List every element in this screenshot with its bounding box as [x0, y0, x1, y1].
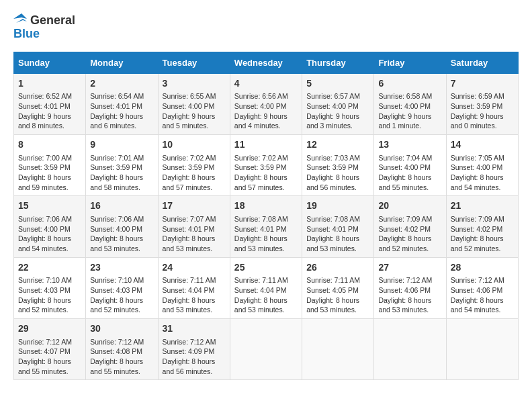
logo-general-text: General [13, 13, 75, 28]
day-number: 5 [306, 77, 369, 91]
day-number: 4 [234, 77, 298, 91]
calendar-cell: 6Sunrise: 6:58 AMSunset: 4:00 PMDaylight… [374, 73, 446, 134]
day-number: 21 [451, 199, 514, 213]
calendar-cell: 28Sunrise: 7:12 AMSunset: 4:06 PMDayligh… [446, 257, 518, 318]
week-row-4: 22Sunrise: 7:10 AMSunset: 4:03 PMDayligh… [14, 257, 519, 318]
day-number: 7 [451, 77, 514, 91]
calendar-cell: 12Sunrise: 7:03 AMSunset: 3:59 PMDayligh… [302, 134, 374, 195]
calendar-cell: 4Sunrise: 6:56 AMSunset: 4:00 PMDaylight… [230, 73, 302, 134]
calendar-cell: 10Sunrise: 7:02 AMSunset: 3:59 PMDayligh… [158, 134, 230, 195]
cell-content: Sunrise: 7:06 AMSunset: 4:00 PMDaylight:… [18, 214, 81, 254]
day-number: 15 [18, 199, 81, 213]
logo-blue-text: Blue [13, 28, 75, 41]
day-number: 17 [163, 199, 226, 213]
logo: General Blue [13, 13, 75, 41]
cell-content: Sunrise: 6:56 AMSunset: 4:00 PMDaylight:… [234, 91, 298, 131]
calendar-cell: 17Sunrise: 7:07 AMSunset: 4:01 PMDayligh… [158, 196, 230, 257]
day-number: 26 [306, 261, 369, 275]
cell-content: Sunrise: 7:09 AMSunset: 4:02 PMDaylight:… [378, 214, 441, 254]
cell-content: Sunrise: 7:04 AMSunset: 4:00 PMDaylight:… [378, 153, 441, 193]
week-row-3: 15Sunrise: 7:06 AMSunset: 4:00 PMDayligh… [14, 196, 519, 257]
day-number: 9 [90, 138, 153, 152]
cell-content: Sunrise: 7:12 AMSunset: 4:06 PMDaylight:… [378, 275, 441, 315]
cell-content: Sunrise: 7:09 AMSunset: 4:02 PMDaylight:… [451, 214, 514, 254]
calendar-cell: 3Sunrise: 6:55 AMSunset: 4:00 PMDaylight… [158, 73, 230, 134]
calendar-cell: 31Sunrise: 7:12 AMSunset: 4:09 PMDayligh… [158, 318, 230, 379]
cell-content: Sunrise: 6:59 AMSunset: 3:59 PMDaylight:… [451, 91, 514, 131]
day-number: 2 [90, 77, 153, 91]
cell-content: Sunrise: 6:55 AMSunset: 4:00 PMDaylight:… [163, 91, 226, 131]
day-number: 24 [163, 261, 226, 275]
day-number: 28 [451, 261, 514, 275]
day-number: 22 [18, 261, 81, 275]
svg-marker-1 [16, 19, 27, 23]
calendar-cell: 13Sunrise: 7:04 AMSunset: 4:00 PMDayligh… [374, 134, 446, 195]
day-number: 30 [90, 322, 153, 336]
calendar-cell: 5Sunrise: 6:57 AMSunset: 4:00 PMDaylight… [302, 73, 374, 134]
cell-content: Sunrise: 7:07 AMSunset: 4:01 PMDaylight:… [163, 214, 226, 254]
cell-content: Sunrise: 7:12 AMSunset: 4:08 PMDaylight:… [90, 337, 153, 377]
cell-content: Sunrise: 7:10 AMSunset: 4:03 PMDaylight:… [90, 275, 153, 315]
cell-content: Sunrise: 6:58 AMSunset: 4:00 PMDaylight:… [378, 91, 441, 131]
calendar-cell: 7Sunrise: 6:59 AMSunset: 3:59 PMDaylight… [446, 73, 518, 134]
day-number: 20 [378, 199, 441, 213]
day-number: 27 [378, 261, 441, 275]
cell-content: Sunrise: 7:12 AMSunset: 4:09 PMDaylight:… [163, 337, 226, 377]
calendar-cell: 24Sunrise: 7:11 AMSunset: 4:04 PMDayligh… [158, 257, 230, 318]
weekday-header-wednesday: Wednesday [230, 52, 302, 73]
day-number: 3 [163, 77, 226, 91]
cell-content: Sunrise: 7:11 AMSunset: 4:04 PMDaylight:… [234, 275, 298, 315]
cell-content: Sunrise: 7:10 AMSunset: 4:03 PMDaylight:… [18, 275, 81, 315]
cell-content: Sunrise: 7:06 AMSunset: 4:00 PMDaylight:… [90, 214, 153, 254]
calendar-cell: 1Sunrise: 6:52 AMSunset: 4:01 PMDaylight… [14, 73, 86, 134]
cell-content: Sunrise: 7:05 AMSunset: 4:00 PMDaylight:… [451, 153, 514, 193]
cell-content: Sunrise: 7:02 AMSunset: 3:59 PMDaylight:… [234, 153, 298, 193]
day-number: 31 [163, 322, 226, 336]
calendar-cell: 21Sunrise: 7:09 AMSunset: 4:02 PMDayligh… [446, 196, 518, 257]
week-row-2: 8Sunrise: 7:00 AMSunset: 3:59 PMDaylight… [14, 134, 519, 195]
calendar-table: SundayMondayTuesdayWednesdayThursdayFrid… [13, 52, 519, 381]
weekday-header-saturday: Saturday [446, 52, 518, 73]
calendar-cell: 14Sunrise: 7:05 AMSunset: 4:00 PMDayligh… [446, 134, 518, 195]
cell-content: Sunrise: 7:01 AMSunset: 3:59 PMDaylight:… [90, 153, 153, 193]
weekday-header-tuesday: Tuesday [158, 52, 230, 73]
calendar-cell: 18Sunrise: 7:08 AMSunset: 4:01 PMDayligh… [230, 196, 302, 257]
cell-content: Sunrise: 7:08 AMSunset: 4:01 PMDaylight:… [234, 214, 298, 254]
cell-content: Sunrise: 7:03 AMSunset: 3:59 PMDaylight:… [306, 153, 369, 193]
day-number: 25 [234, 261, 298, 275]
day-number: 1 [18, 77, 81, 91]
calendar-cell: 16Sunrise: 7:06 AMSunset: 4:00 PMDayligh… [86, 196, 158, 257]
day-number: 13 [378, 138, 441, 152]
day-number: 29 [18, 322, 81, 336]
cell-content: Sunrise: 7:08 AMSunset: 4:01 PMDaylight:… [306, 214, 369, 254]
svg-marker-0 [13, 13, 27, 19]
cell-content: Sunrise: 7:00 AMSunset: 3:59 PMDaylight:… [18, 153, 81, 193]
day-number: 8 [18, 138, 81, 152]
weekday-header-monday: Monday [86, 52, 158, 73]
weekday-header-row: SundayMondayTuesdayWednesdayThursdayFrid… [14, 52, 519, 73]
cell-content: Sunrise: 7:11 AMSunset: 4:05 PMDaylight:… [306, 275, 369, 315]
calendar-cell: 19Sunrise: 7:08 AMSunset: 4:01 PMDayligh… [302, 196, 374, 257]
page-header: General Blue [13, 13, 519, 41]
calendar-cell: 22Sunrise: 7:10 AMSunset: 4:03 PMDayligh… [14, 257, 86, 318]
weekday-header-sunday: Sunday [14, 52, 86, 73]
day-number: 16 [90, 199, 153, 213]
calendar-cell: 25Sunrise: 7:11 AMSunset: 4:04 PMDayligh… [230, 257, 302, 318]
calendar-cell: 23Sunrise: 7:10 AMSunset: 4:03 PMDayligh… [86, 257, 158, 318]
cell-content: Sunrise: 6:57 AMSunset: 4:00 PMDaylight:… [306, 91, 369, 131]
calendar-cell [374, 318, 446, 379]
day-number: 19 [306, 199, 369, 213]
calendar-cell [446, 318, 518, 379]
calendar-cell: 30Sunrise: 7:12 AMSunset: 4:08 PMDayligh… [86, 318, 158, 379]
cell-content: Sunrise: 6:52 AMSunset: 4:01 PMDaylight:… [18, 91, 81, 131]
calendar-cell: 9Sunrise: 7:01 AMSunset: 3:59 PMDaylight… [86, 134, 158, 195]
week-row-1: 1Sunrise: 6:52 AMSunset: 4:01 PMDaylight… [14, 73, 519, 134]
cell-content: Sunrise: 7:12 AMSunset: 4:06 PMDaylight:… [451, 275, 514, 315]
day-number: 18 [234, 199, 298, 213]
calendar-cell [302, 318, 374, 379]
cell-content: Sunrise: 7:11 AMSunset: 4:04 PMDaylight:… [163, 275, 226, 315]
weekday-header-thursday: Thursday [302, 52, 374, 73]
calendar-cell: 26Sunrise: 7:11 AMSunset: 4:05 PMDayligh… [302, 257, 374, 318]
calendar-cell: 29Sunrise: 7:12 AMSunset: 4:07 PMDayligh… [14, 318, 86, 379]
day-number: 11 [234, 138, 298, 152]
